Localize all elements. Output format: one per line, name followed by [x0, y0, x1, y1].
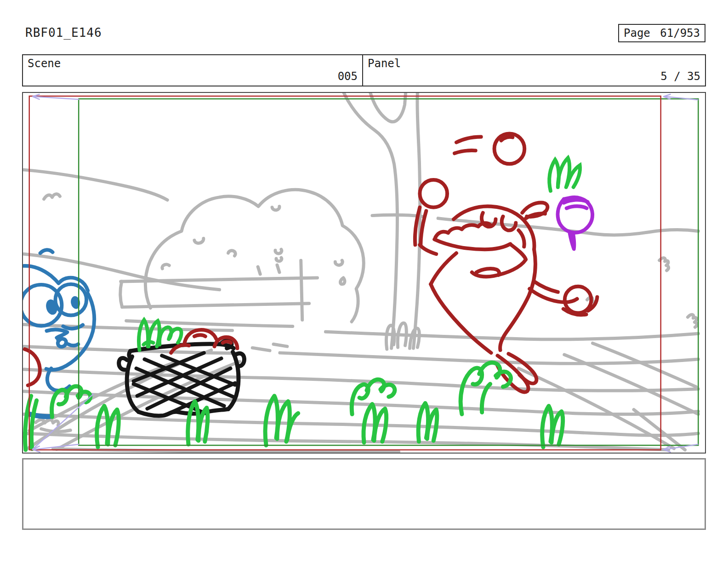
page-label: Page — [624, 27, 650, 40]
turnip-bulb — [557, 197, 592, 249]
bench-sketch — [120, 260, 318, 326]
garden-sprouts — [25, 362, 563, 450]
bush-sketch — [145, 190, 364, 322]
page-indicator: Page 61/953 — [618, 24, 705, 42]
storyboard-panel — [22, 92, 706, 454]
panel-box: Panel 5 / 35 — [362, 54, 706, 86]
juggled-tomato — [420, 180, 447, 207]
camera-frame-start — [79, 99, 698, 445]
scene-label: Scene — [28, 57, 61, 70]
scene-number: 005 — [338, 70, 358, 83]
turnip-greens — [549, 158, 580, 191]
scene-box: Scene 005 — [22, 54, 363, 86]
edge-tomato-sketch — [25, 349, 40, 385]
caption-box — [22, 458, 706, 530]
bird-squiggle — [44, 194, 60, 199]
furrow-lines — [24, 324, 698, 452]
motion-line — [455, 150, 476, 153]
panel-label: Panel — [368, 57, 401, 70]
panel-drawing — [23, 93, 705, 453]
panel-number: 5 / 35 — [660, 70, 700, 83]
motion-line — [456, 137, 481, 143]
board-title: RBF01_E146 — [25, 26, 102, 40]
page-number: 61/953 — [660, 27, 700, 40]
